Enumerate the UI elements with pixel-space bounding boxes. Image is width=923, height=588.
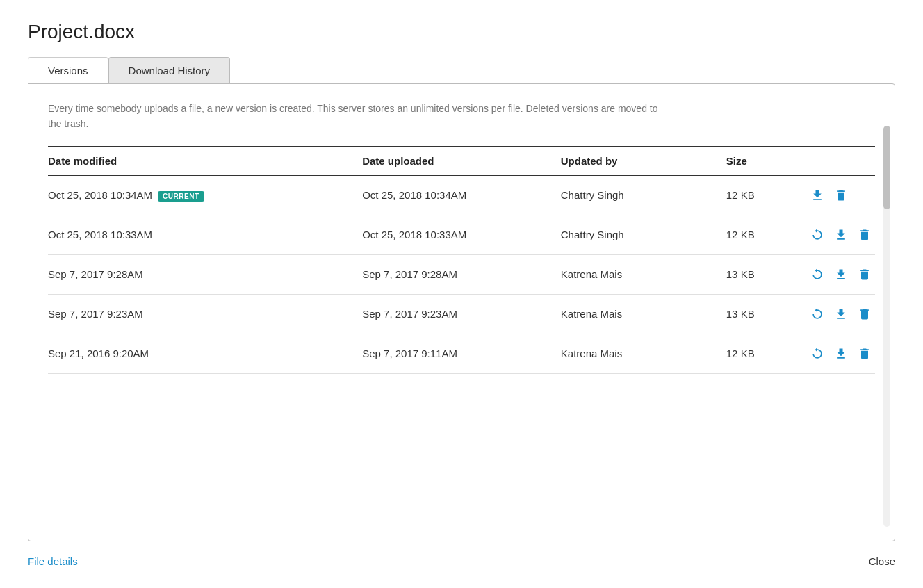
col-actions [809, 147, 875, 176]
delete-button[interactable] [856, 227, 873, 243]
cell-size: 12 KB [726, 215, 809, 254]
versions-table: Date modified Date uploaded Updated by S… [48, 147, 875, 374]
cell-date-modified: Sep 7, 2017 9:23AM [48, 294, 362, 334]
cell-size: 13 KB [726, 294, 809, 334]
cell-updated-by: Katrena Mais [561, 334, 726, 373]
download-button[interactable] [809, 187, 826, 204]
scrollbar-thumb [883, 126, 890, 209]
col-size: Size [726, 147, 809, 176]
cell-updated-by: Katrena Mais [561, 254, 726, 294]
footer: File details Close [28, 555, 895, 567]
cell-date-uploaded: Oct 25, 2018 10:34AM [362, 175, 561, 215]
cell-updated-by: Chattry Singh [561, 215, 726, 254]
tabs-container: Versions Download History [28, 57, 895, 83]
col-date-uploaded: Date uploaded [362, 147, 561, 176]
restore-button[interactable] [809, 266, 826, 283]
col-updated-by: Updated by [561, 147, 726, 176]
cell-actions [809, 215, 875, 254]
cell-date-uploaded: Sep 7, 2017 9:11AM [362, 334, 561, 373]
cell-date-modified: Oct 25, 2018 10:33AM [48, 215, 362, 254]
cell-actions [809, 334, 875, 373]
delete-button[interactable] [856, 345, 873, 362]
cell-date-uploaded: Oct 25, 2018 10:33AM [362, 215, 561, 254]
cell-updated-by: Chattry Singh [561, 175, 726, 215]
download-button[interactable] [833, 227, 849, 243]
cell-size: 12 KB [726, 334, 809, 373]
restore-button[interactable] [809, 345, 826, 362]
restore-button[interactable] [809, 306, 826, 322]
delete-button[interactable] [856, 266, 873, 283]
cell-date-modified: Sep 21, 2016 9:20AM [48, 334, 362, 373]
restore-button[interactable] [809, 227, 826, 243]
table-row: Sep 7, 2017 9:28AMSep 7, 2017 9:28AMKatr… [48, 254, 875, 294]
file-details-link[interactable]: File details [28, 555, 78, 567]
cell-updated-by: Katrena Mais [561, 294, 726, 334]
cell-actions [809, 254, 875, 294]
cell-date-uploaded: Sep 7, 2017 9:23AM [362, 294, 561, 334]
current-badge: CURRENT [158, 191, 204, 202]
cell-actions [809, 294, 875, 334]
download-button[interactable] [833, 266, 849, 283]
cell-date-modified: Sep 7, 2017 9:28AM [48, 254, 362, 294]
description-text: Every time somebody uploads a file, a ne… [48, 101, 673, 132]
cell-date-uploaded: Sep 7, 2017 9:28AM [362, 254, 561, 294]
cell-size: 12 KB [726, 175, 809, 215]
page-title: Project.docx [28, 21, 895, 43]
download-button[interactable] [833, 345, 849, 362]
table-row: Sep 7, 2017 9:23AMSep 7, 2017 9:23AMKatr… [48, 294, 875, 334]
tab-download-history[interactable]: Download History [108, 57, 231, 83]
table-row: Sep 21, 2016 9:20AMSep 7, 2017 9:11AMKat… [48, 334, 875, 373]
cell-date-modified: Oct 25, 2018 10:34AMCURRENT [48, 175, 362, 215]
download-button[interactable] [833, 306, 849, 322]
col-date-modified: Date modified [48, 147, 362, 176]
cell-actions [809, 175, 875, 215]
tab-versions[interactable]: Versions [28, 57, 108, 83]
close-link[interactable]: Close [869, 555, 895, 567]
cell-size: 13 KB [726, 254, 809, 294]
tab-content: Every time somebody uploads a file, a ne… [28, 83, 895, 541]
delete-button[interactable] [833, 187, 849, 204]
table-row: Oct 25, 2018 10:33AMOct 25, 2018 10:33AM… [48, 215, 875, 254]
scrollbar-track[interactable] [883, 126, 890, 527]
table-row: Oct 25, 2018 10:34AMCURRENTOct 25, 2018 … [48, 175, 875, 215]
delete-button[interactable] [856, 306, 873, 322]
